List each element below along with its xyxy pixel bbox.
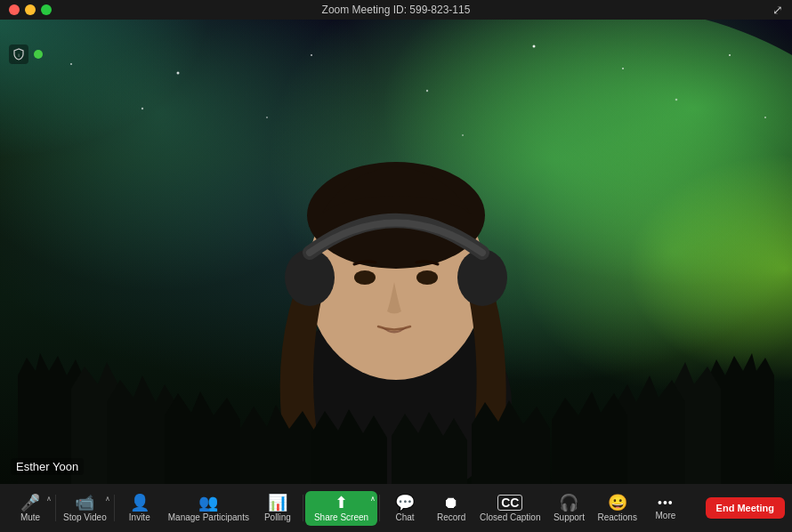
separator-1 [55, 495, 56, 521]
more-icon: ••• [658, 496, 674, 509]
title-bar: Zoom Meeting ID: 599-823-115 ⤢ [0, 0, 792, 20]
more-label: More [656, 511, 676, 520]
support-button[interactable]: 🎧 Support [546, 491, 592, 526]
svg-point-9 [729, 54, 731, 56]
share-caret[interactable]: ∧ [370, 495, 376, 503]
meeting-id: Zoom Meeting ID: 599-823-115 [322, 4, 471, 16]
invite-label: Invite [129, 512, 150, 522]
more-button[interactable]: ••• More [642, 493, 689, 524]
info-icon-area: i [9, 44, 43, 64]
chat-icon: 💬 [395, 495, 415, 511]
fullscreen-icon[interactable]: ⤢ [772, 3, 783, 17]
support-label: Support [554, 512, 585, 522]
participants-icon: 👥 [198, 495, 218, 511]
separator-4 [379, 495, 380, 521]
svg-text:i: i [18, 52, 19, 58]
polling-icon: 📊 [268, 495, 287, 511]
caption-icon: CC [497, 495, 522, 511]
svg-point-13 [764, 117, 766, 118]
record-label: Record [437, 512, 465, 522]
mute-icon: 🎤 [20, 495, 40, 511]
video-icon: 📹 [75, 495, 94, 511]
separator-2 [114, 495, 115, 521]
traffic-lights [9, 4, 52, 15]
stop-video-label: Stop Video [63, 512, 107, 522]
chat-button[interactable]: 💬 Chat [382, 491, 428, 526]
chat-label: Chat [396, 512, 415, 522]
svg-point-10 [462, 134, 464, 136]
record-button[interactable]: ⏺ Record [428, 491, 474, 526]
video-scene [0, 20, 792, 484]
closed-caption-button[interactable]: CC Closed Caption [474, 491, 546, 526]
svg-point-21 [354, 270, 376, 285]
reactions-button[interactable]: 😀 Reactions [592, 491, 642, 526]
separator-3 [303, 495, 303, 521]
svg-point-12 [70, 63, 72, 65]
svg-point-6 [533, 45, 536, 48]
svg-point-22 [416, 270, 438, 285]
video-caret[interactable]: ∧ [105, 495, 110, 503]
invite-button[interactable]: 👤 Invite [117, 491, 163, 526]
svg-point-14 [266, 117, 268, 118]
invite-icon: 👤 [130, 495, 150, 511]
toolbar: ∧ 🎤 Mute ∧ 📹 Stop Video 👤 Invite 👥 Manag… [0, 484, 792, 532]
participant-name: Esther Yoon [11, 458, 84, 475]
mute-caret[interactable]: ∧ [46, 495, 52, 503]
mute-label: Mute [20, 512, 40, 522]
close-button[interactable] [9, 4, 20, 15]
closed-caption-label: Closed Caption [480, 512, 540, 522]
manage-participants-button[interactable]: 👥 Manage Participants [163, 491, 255, 526]
share-screen-button[interactable]: ∧ ⬆ Share Screen [305, 491, 377, 526]
polling-button[interactable]: 📊 Polling [255, 491, 301, 526]
record-icon: ⏺ [443, 495, 459, 511]
shield-icon[interactable]: i [9, 44, 28, 64]
svg-point-7 [622, 68, 624, 69]
share-screen-icon: ⬆ [335, 495, 348, 511]
share-screen-label: Share Screen [314, 512, 368, 522]
stop-video-button[interactable]: ∧ 📹 Stop Video [58, 491, 112, 526]
polling-label: Polling [264, 512, 291, 522]
end-meeting-button[interactable]: End Meeting [706, 497, 785, 519]
reactions-label: Reactions [597, 512, 636, 522]
svg-point-8 [675, 99, 678, 101]
reactions-icon: 😀 [608, 495, 627, 511]
recording-indicator [34, 50, 43, 59]
manage-participants-label: Manage Participants [168, 512, 249, 522]
svg-point-4 [311, 54, 312, 56]
svg-point-3 [177, 72, 180, 75]
mute-button[interactable]: ∧ 🎤 Mute [7, 491, 53, 526]
maximize-button[interactable] [41, 4, 52, 15]
video-area: i Esther Yoon [0, 20, 792, 484]
end-meeting-label: End Meeting [716, 503, 774, 513]
support-icon: 🎧 [559, 495, 578, 511]
svg-point-11 [141, 108, 143, 109]
minimize-button[interactable] [25, 4, 36, 15]
svg-point-5 [426, 90, 428, 92]
